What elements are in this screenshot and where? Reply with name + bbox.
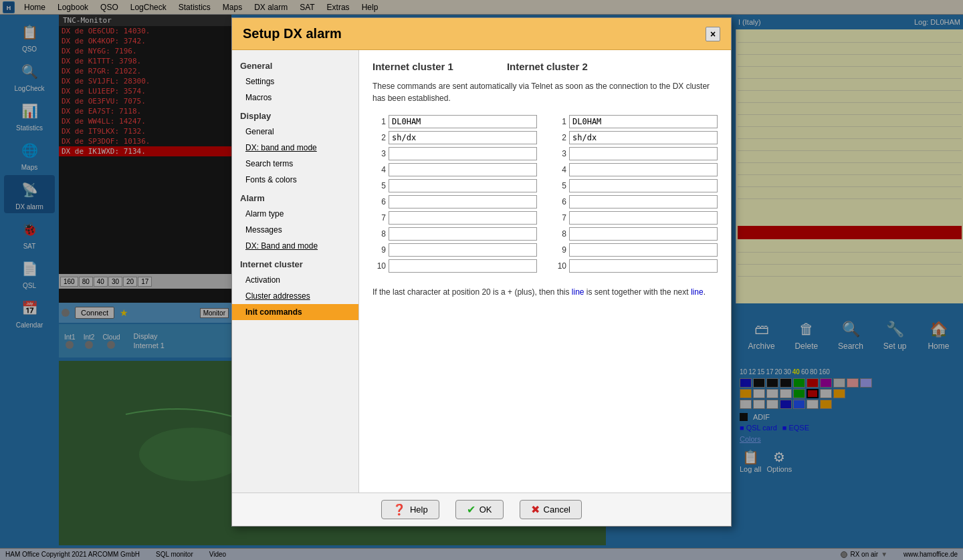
cluster1-input-3[interactable] xyxy=(389,147,537,160)
cmd-num: 1 xyxy=(553,117,566,126)
cmd-row-1-10: 10 xyxy=(372,259,537,273)
cmd-row-1-6: 6 xyxy=(372,195,537,208)
cmd-row-1-4: 4 xyxy=(372,163,537,176)
cmd-row-2-2: 2 xyxy=(553,131,718,144)
cluster2-input-9[interactable] xyxy=(569,243,718,257)
help-icon: ❓ xyxy=(393,503,406,516)
dialog-footer: ❓ Help ✔ OK ✖ Cancel xyxy=(232,493,731,526)
cluster2-title: Internet cluster 2 xyxy=(507,61,588,72)
alarm-section-header: Alarm xyxy=(232,188,358,206)
clusters-row: 1 2 3 4 5 xyxy=(372,115,718,275)
cluster2-input-7[interactable] xyxy=(569,211,718,225)
ok-button[interactable]: ✔ OK xyxy=(455,500,504,519)
ok-label: OK xyxy=(479,505,492,515)
nav-init-commands[interactable]: Init commands xyxy=(232,304,358,320)
nav-settings[interactable]: Settings xyxy=(232,74,358,90)
cluster1-input-7[interactable] xyxy=(389,211,537,225)
dialog-nav: General Settings Macros Display General … xyxy=(232,50,359,493)
cancel-button[interactable]: ✖ Cancel xyxy=(520,500,582,519)
general-section-header: General xyxy=(232,55,358,74)
cmd-row-2-9: 9 xyxy=(553,243,718,257)
dialog-close-button[interactable]: × xyxy=(706,27,720,41)
nav-dx-band-mode2[interactable]: DX: Band and mode xyxy=(232,238,358,254)
cmd-row-1-9: 9 xyxy=(372,243,537,257)
display-section-header: Display xyxy=(232,106,358,124)
cancel-label: Cancel xyxy=(544,505,570,515)
cmd-row-1-5: 5 xyxy=(372,179,537,192)
ok-icon: ✔ xyxy=(467,503,475,516)
cluster1-input-1[interactable] xyxy=(389,115,537,128)
cluster1-input-8[interactable] xyxy=(389,227,537,241)
cmd-num: 5 xyxy=(372,181,386,190)
cmd-row-2-7: 7 xyxy=(553,211,718,225)
cancel-icon: ✖ xyxy=(531,503,540,516)
cmd-num: 7 xyxy=(553,213,566,223)
nav-dx-band-mode[interactable]: DX: band and mode xyxy=(232,140,358,156)
nav-macros[interactable]: Macros xyxy=(232,90,358,106)
cmd-num: 8 xyxy=(553,229,566,239)
cmd-row-1-3: 3 xyxy=(372,147,537,160)
help-button[interactable]: ❓ Help xyxy=(381,500,439,519)
nav-search-terms[interactable]: Search terms xyxy=(232,156,358,172)
info-note: If the last character at position 20 is … xyxy=(372,286,718,298)
cmd-row-1-1: 1 xyxy=(372,115,537,128)
cmd-num: 9 xyxy=(372,245,386,255)
cmd-num: 9 xyxy=(553,245,566,255)
cluster2-input-5[interactable] xyxy=(569,179,718,192)
help-label: Help xyxy=(410,505,428,515)
internet-section-header: Internet cluster xyxy=(232,254,358,272)
cluster2-input-2[interactable] xyxy=(569,131,718,144)
cmd-row-2-8: 8 xyxy=(553,227,718,241)
cluster1-title: Internet cluster 1 xyxy=(372,61,453,72)
cmd-num: 6 xyxy=(372,197,386,206)
dialog-title: Setup DX alarm xyxy=(243,26,342,41)
cluster1-input-4[interactable] xyxy=(389,163,537,176)
cluster1-input-2[interactable] xyxy=(389,131,537,144)
cmd-row-1-7: 7 xyxy=(372,211,537,225)
cluster2-input-8[interactable] xyxy=(569,227,718,241)
cluster2-column: 1 2 3 4 5 xyxy=(553,115,718,275)
cluster2-input-10[interactable] xyxy=(569,259,718,273)
content-header: Internet cluster 1 Internet cluster 2 xyxy=(372,61,718,72)
cmd-row-2-10: 10 xyxy=(553,259,718,273)
cluster1-input-10[interactable] xyxy=(389,259,537,273)
cmd-num: 4 xyxy=(372,165,386,174)
cluster2-input-1[interactable] xyxy=(569,115,718,128)
cmd-num: 2 xyxy=(553,133,566,142)
cluster2-input-3[interactable] xyxy=(569,147,718,160)
dialog-title-bar: Setup DX alarm × xyxy=(232,18,731,50)
cluster1-column: 1 2 3 4 5 xyxy=(372,115,537,275)
cmd-row-2-4: 4 xyxy=(553,163,718,176)
cluster2-input-4[interactable] xyxy=(569,163,718,176)
nav-activation[interactable]: Activation xyxy=(232,272,358,288)
cmd-num: 4 xyxy=(553,165,566,174)
cmd-num: 2 xyxy=(372,133,386,142)
nav-cluster-addresses[interactable]: Cluster addresses xyxy=(232,288,358,304)
cmd-num: 8 xyxy=(372,229,386,239)
cluster1-input-5[interactable] xyxy=(389,179,537,192)
cmd-num: 10 xyxy=(553,261,566,271)
cmd-num: 7 xyxy=(372,213,386,223)
nav-display-general[interactable]: General xyxy=(232,124,358,140)
cmd-num: 10 xyxy=(372,261,386,271)
setup-dx-alarm-dialog: Setup DX alarm × General Settings Macros… xyxy=(231,17,732,527)
cmd-row-2-5: 5 xyxy=(553,179,718,192)
content-description: These commands are sent automatically vi… xyxy=(372,80,718,104)
cmd-row-2-3: 3 xyxy=(553,147,718,160)
cmd-num: 6 xyxy=(553,197,566,206)
cluster2-input-6[interactable] xyxy=(569,195,718,208)
cmd-row-2-6: 6 xyxy=(553,195,718,208)
nav-fonts-colors[interactable]: Fonts & colors xyxy=(232,172,358,188)
dialog-body: General Settings Macros Display General … xyxy=(232,50,731,493)
dialog-content: Internet cluster 1 Internet cluster 2 Th… xyxy=(359,50,731,493)
cmd-row-2-1: 1 xyxy=(553,115,718,128)
nav-messages[interactable]: Messages xyxy=(232,222,358,238)
cmd-num: 3 xyxy=(372,149,386,158)
cmd-num: 5 xyxy=(553,181,566,190)
cmd-num: 3 xyxy=(553,149,566,158)
cluster1-input-6[interactable] xyxy=(389,195,537,208)
cmd-num: 1 xyxy=(372,117,386,126)
cluster1-input-9[interactable] xyxy=(389,243,537,257)
nav-alarm-type[interactable]: Alarm type xyxy=(232,206,358,222)
cmd-row-1-8: 8 xyxy=(372,227,537,241)
